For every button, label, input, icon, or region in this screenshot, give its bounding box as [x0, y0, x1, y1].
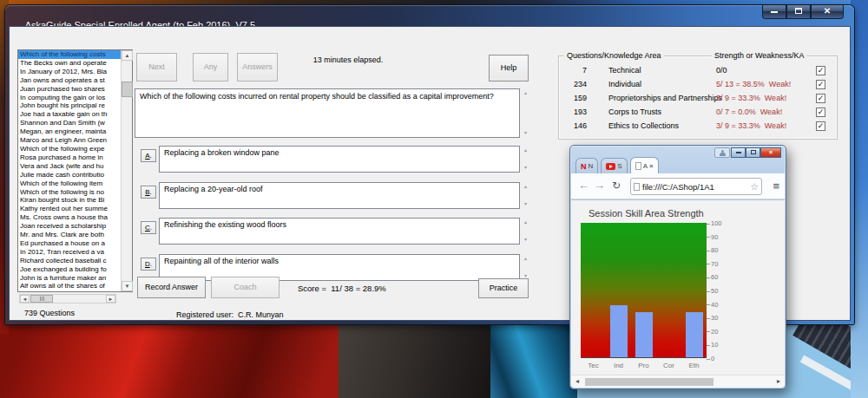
question-list-item[interactable]: Richard collected baseball c [18, 257, 121, 265]
scroll-right-button[interactable]: ► [106, 295, 115, 303]
record-answer-button[interactable]: Record Answer [137, 277, 206, 298]
next-button[interactable]: Next [136, 53, 177, 82]
question-list-item[interactable]: Which of the following is no [18, 188, 121, 197]
forward-button[interactable]: → [594, 179, 605, 192]
question-list-item[interactable]: Juan purchased two shares [18, 85, 121, 94]
answer-d-up-icon[interactable]: ▴ [522, 256, 529, 262]
help-button[interactable]: Help [489, 55, 529, 82]
question-text-box[interactable]: Which of the following costs incurred on… [135, 88, 520, 138]
question-list-item[interactable]: In January of 2012, Mrs. Bla [18, 68, 121, 76]
browser-minimize-button[interactable] [731, 147, 746, 158]
browser-maximize-button[interactable] [746, 147, 760, 158]
question-list-item[interactable]: John bought his principal re [18, 101, 121, 110]
question-list-item[interactable]: Julie made cash contributio [18, 171, 121, 179]
answer-b-down-icon[interactable]: ▾ [522, 201, 529, 207]
chart-bar-eth [686, 312, 703, 357]
browser-hscrollbar[interactable]: ◂ ▸ [571, 375, 785, 388]
answer-b-up-icon[interactable]: ▴ [522, 184, 529, 190]
knowledge-checkbox[interactable]: ✓ [816, 80, 825, 89]
question-list-item[interactable]: Joe exchanged a building fo [18, 265, 121, 274]
answer-a-down-icon[interactable]: ▾ [522, 165, 529, 171]
answer-c-box[interactable]: Refinishing the existing wood floors [159, 218, 520, 245]
y-axis-tick-label: 80 [707, 246, 718, 254]
coach-button[interactable]: Coach [211, 277, 279, 298]
question-list-vscrollbar[interactable]: ▲ ▼ [121, 50, 132, 291]
question-list-item[interactable]: In computing the gain or los [18, 94, 121, 102]
maximize-button[interactable] [786, 5, 811, 19]
question-list-item[interactable]: Kiran bought stock in the Bi [18, 196, 121, 205]
question-list-item[interactable]: In 2012, Tran received a va [18, 248, 121, 257]
knowledge-rows: 7Technical0/0✓234Individual5/ 13 = 38.5%… [559, 66, 837, 135]
url-text[interactable]: file:///C:/AShop/1A1 [642, 182, 747, 192]
tab-netflix[interactable]: N N [575, 158, 598, 173]
answer-a-box[interactable]: Replacing a broken window pane [159, 146, 520, 173]
bookmark-star-icon[interactable]: ☆ [750, 181, 759, 192]
knowledge-checkbox[interactable]: ✓ [816, 108, 825, 117]
answer-c-down-icon[interactable]: ▾ [522, 237, 529, 243]
maximize-icon [795, 8, 802, 14]
answers-button[interactable]: Answers [237, 53, 278, 82]
question-list-item[interactable]: Ms. Cross owns a house tha [18, 213, 121, 222]
browser-minimize-icon [736, 152, 741, 153]
answer-a-button[interactable]: A. [141, 149, 156, 162]
knowledge-count: 7 [561, 66, 587, 75]
answer-a-up-icon[interactable]: ▴ [522, 147, 529, 153]
question-list-item[interactable]: Marco and Leigh Ann Green [18, 136, 121, 145]
app-title-bar[interactable]: AskaGuide Special Enrolled Agent (to Feb… [5, 5, 854, 26]
question-list-item[interactable]: Jan owns and operates a st [18, 76, 121, 85]
address-bar[interactable]: file:///C:/AShop/1A1 ☆ [630, 178, 762, 195]
scroll-left-button[interactable]: ◄ [20, 295, 30, 303]
tab-active-file[interactable]: A × [630, 157, 659, 173]
question-list-item[interactable]: Shannon and Dan Smith (w [18, 119, 121, 127]
question-list-item[interactable]: Rosa purchased a home in [18, 153, 121, 162]
question-list-item[interactable]: John is a furniture maker an [18, 274, 121, 283]
question-list-item[interactable]: Joe had a taxable gain on th [18, 110, 121, 119]
tab-close-icon[interactable]: × [649, 162, 654, 170]
knowledge-count: 193 [561, 108, 587, 116]
browser-scroll-right-icon[interactable]: ▸ [777, 377, 780, 385]
reload-button[interactable]: ↻ [612, 179, 621, 192]
browser-hscroll-thumb[interactable] [585, 378, 713, 386]
any-button[interactable]: Any [193, 53, 228, 82]
knowledge-checkbox[interactable]: ✓ [816, 94, 825, 103]
scroll-down-button[interactable]: ▼ [122, 281, 133, 291]
browser-scroll-left-icon[interactable]: ◂ [575, 377, 579, 385]
tab-youtube[interactable]: S [601, 158, 627, 173]
question-list-item[interactable]: Vera and Jack (wife and hu [18, 162, 121, 171]
profile-button[interactable] [714, 147, 730, 158]
question-list-item[interactable]: Which of the following expe [18, 145, 121, 153]
question-list[interactable]: Which of the following costsThe Becks ow… [17, 49, 133, 292]
question-list-item[interactable]: The Becks own and operate [18, 59, 121, 68]
question-list-item[interactable]: Mr. and Mrs. Clark are both [18, 231, 121, 239]
question-list-item[interactable]: Which of the following item [18, 179, 121, 188]
question-list-item[interactable]: Megan, an engineer, mainta [18, 127, 121, 136]
question-list-item[interactable]: Kathy rented out her summe [18, 205, 121, 213]
browser-title-bar[interactable]: × N N S A × [570, 146, 786, 173]
question-list-item[interactable]: Alf owns all of the shares of [18, 282, 121, 290]
vscroll-thumb[interactable] [122, 82, 133, 97]
question-scroll-up-icon[interactable]: ▴ [522, 90, 529, 96]
question-list-item[interactable]: Which of the following costs [18, 50, 121, 59]
chart-bar-pro [635, 312, 653, 357]
knowledge-checkbox[interactable]: ✓ [816, 66, 825, 75]
hscroll-thumb[interactable] [30, 295, 53, 303]
question-list-item[interactable]: Ed purchased a house on a [18, 239, 121, 248]
question-list-hscrollbar[interactable]: ◄ ► [19, 294, 116, 303]
menu-button[interactable]: ≡ [773, 179, 779, 192]
question-scroll-down-icon[interactable]: ▾ [522, 130, 529, 136]
profile-icon [720, 150, 726, 156]
back-button[interactable]: ← [578, 179, 589, 192]
practice-button[interactable]: Practice [478, 278, 529, 298]
knowledge-checkbox[interactable]: ✓ [816, 121, 825, 131]
question-list-item[interactable]: Joan received a scholarship [18, 222, 121, 231]
answer-b-box[interactable]: Replacing a 20-year-old roof [159, 182, 520, 209]
close-button[interactable]: ✕ [811, 5, 844, 19]
browser-close-button[interactable]: × [760, 147, 781, 158]
scroll-up-button[interactable]: ▲ [122, 50, 133, 61]
minimize-button[interactable] [762, 5, 786, 19]
tab-youtube-label: S [617, 162, 621, 170]
answer-c-up-icon[interactable]: ▴ [522, 219, 529, 225]
answer-b-button[interactable]: B. [141, 186, 156, 199]
answer-d-button[interactable]: D. [141, 258, 156, 271]
answer-c-button[interactable]: C. [141, 221, 156, 234]
